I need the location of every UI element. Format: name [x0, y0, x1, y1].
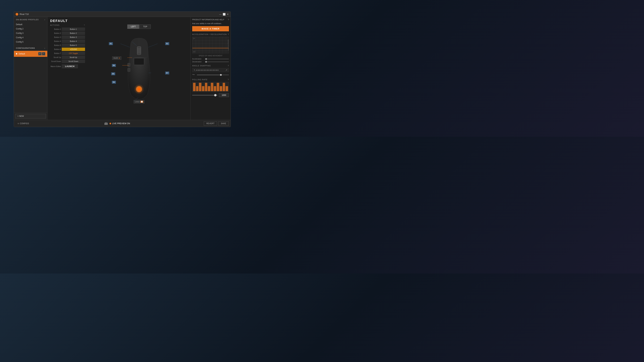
action-label-scrolldown: Scroll Down: [50, 60, 61, 62]
configs-button[interactable]: ≡ CONFIGS: [16, 121, 31, 126]
restore-button[interactable]: ⬜: [223, 13, 225, 15]
view-tabs: LEFT TOP: [127, 24, 151, 29]
mouse-btn-b1[interactable]: B1: [109, 42, 113, 45]
deceleration-slider[interactable]: [205, 61, 229, 62]
make-timer-button[interactable]: MAKE A TIMER: [192, 26, 229, 31]
config-avatars: [38, 52, 45, 55]
mouse-btn-b6[interactable]: B6: [112, 64, 116, 67]
angle-snapping-slider[interactable]: [197, 75, 229, 75]
sidebar-item-config3[interactable]: Config 3: [14, 31, 47, 35]
bottom-right-buttons: REVERT SAVE: [204, 121, 228, 126]
polling-thumb[interactable]: [214, 94, 216, 96]
deceleration-row: Deceleration: [192, 61, 229, 63]
mouse-btn-b7[interactable]: B7: [165, 71, 169, 74]
actions-panel: ACTIONS ? Button 1 Button 1 Button 2 But…: [48, 23, 88, 120]
polling-value-input[interactable]: [219, 93, 229, 97]
action-label-macro: Macro Editor: [50, 65, 61, 67]
svg-point-3: [43, 53, 44, 54]
svg-rect-26: [104, 123, 105, 125]
config-item-default[interactable]: Default: [14, 51, 47, 57]
action-row-scrolldown: Scroll Down Scroll Down: [50, 60, 85, 63]
actions-header: ACTIONS ?: [50, 23, 85, 27]
mouse-oled[interactable]: OLED ⚙: [112, 56, 121, 60]
app-window: Rival 710 — ⬜ ✕ ON-BOARD PROFILES › Defa…: [14, 11, 231, 127]
graph-2x-label: 2×: [193, 37, 195, 39]
svg-rect-15: [128, 68, 130, 71]
action-row-btn2: Button 2 Button 2: [50, 31, 85, 35]
action-btn-btn6[interactable]: +CS:GO: [62, 48, 85, 51]
polling-slider[interactable]: [192, 95, 218, 95]
svg-rect-14: [128, 63, 130, 66]
bottom-bar: ≡ CONFIGS LIVE PREVIEW ON REVERT SAVE: [14, 120, 230, 127]
action-label-btn1: Button 1: [50, 28, 61, 30]
mouse-svg: [124, 37, 154, 101]
angle-snapping-track[interactable]: ↖ ↗: [192, 68, 229, 72]
action-btn-btn7[interactable]: CPI Toggle: [62, 52, 85, 55]
sidebar-item-default[interactable]: Default: [14, 22, 47, 27]
sidebar-item-config4[interactable]: Config 4: [14, 35, 47, 40]
live-preview-text: LIVE PREVIEW ON: [112, 122, 130, 125]
product-info-header: PRODUCT INFORMATION AND HELP ?: [192, 18, 229, 21]
polling-value-row: [192, 93, 229, 97]
close-button[interactable]: ✕: [226, 13, 229, 15]
mouse-area: LEFT TOP B1 B2: [88, 23, 190, 120]
action-label-btn7: Button 7: [50, 52, 61, 54]
actions-area: ACTIONS ? Button 1 Button 1 Button 2 But…: [48, 23, 190, 120]
config-active-dot: [16, 53, 17, 54]
acceleration-thumb[interactable]: [205, 58, 207, 60]
acceleration-slider[interactable]: [205, 59, 229, 59]
svg-rect-30: [107, 123, 108, 125]
action-row-btn7: Button 7 CPI Toggle: [50, 52, 85, 55]
mouse-btn-b2[interactable]: B2: [165, 42, 169, 45]
sidebar: ON-BOARD PROFILES › Default Config 2 Con…: [14, 17, 48, 120]
tab-top[interactable]: TOP: [140, 24, 150, 29]
acceleration-row: Acceleration: [192, 58, 229, 60]
acceleration-label: Acceleration: [192, 58, 204, 60]
launch-button[interactable]: LAUNCH: [62, 64, 78, 68]
graph-half-label: 1/2: [193, 51, 196, 53]
sidebar-item-config2[interactable]: Config 2: [14, 27, 47, 31]
title-bar: Rival 710 — ⬜ ✕: [14, 11, 230, 17]
live-preview-bars-icon: [104, 122, 108, 125]
action-row-btn5: Button 5 Button 5: [50, 43, 85, 47]
accel-graph-line: [192, 48, 229, 48]
sidebar-bottom: + NEW: [14, 112, 47, 120]
action-label-scrollup: Scroll Up: [50, 56, 61, 58]
action-btn-btn5[interactable]: Button 5: [62, 43, 85, 47]
action-row-btn3: Button 3 Button 3: [50, 35, 85, 39]
sidebar-item-config5[interactable]: Config 5: [14, 40, 47, 44]
info-text: that your ability is now off cooldown.: [192, 22, 229, 25]
revert-button[interactable]: REVERT: [204, 121, 217, 126]
title-bar-controls: — ⬜ ✕: [219, 13, 229, 15]
polling-rate-title: POLLING RATE ?: [192, 79, 229, 81]
angle-snapping-thumb[interactable]: [220, 74, 222, 76]
minimize-button[interactable]: —: [219, 13, 222, 15]
onboard-profiles-header: ON-BOARD PROFILES ›: [14, 17, 47, 22]
app-icon: [16, 13, 18, 15]
tab-left[interactable]: LEFT: [127, 24, 139, 29]
action-btn-btn4[interactable]: Button 4: [62, 39, 85, 43]
config-avatar-1: [38, 52, 42, 55]
center-panel: DEFAULT ACTIONS ? Button 1 Button 1 Butt: [48, 17, 190, 120]
svg-rect-27: [105, 122, 106, 125]
accel-section-title: ACCELERATION / DECELERATION ?: [192, 33, 229, 35]
action-btn-btn2[interactable]: Button 2: [62, 31, 85, 35]
action-row-macro: Macro Editor LAUNCH: [50, 64, 85, 68]
action-label-btn3: Button 3: [50, 36, 61, 38]
mouse-btn-b5[interactable]: B5: [111, 72, 115, 75]
deceleration-thumb[interactable]: [205, 61, 207, 63]
mouse-container: B1 B2 B3 ⬜ OLED: [107, 30, 171, 111]
mouse-btn-b4[interactable]: B4: [112, 81, 116, 84]
live-dot: [110, 123, 111, 124]
main-content: ON-BOARD PROFILES › Default Config 2 Con…: [14, 17, 230, 120]
action-row-btn6: Button 6 +CS:GO: [50, 48, 85, 51]
angle-snapping-title: ANGLE SNAPPING ?: [192, 65, 229, 67]
action-btn-btn3[interactable]: Button 3: [62, 35, 85, 39]
new-button[interactable]: + NEW: [15, 114, 46, 118]
action-btn-scrolldown[interactable]: Scroll Down: [62, 60, 85, 63]
action-row-btn1: Button 1 Button 1: [50, 27, 85, 31]
action-btn-btn1[interactable]: Button 1: [62, 27, 85, 31]
action-btn-scrollup[interactable]: Scroll Up: [62, 56, 85, 59]
save-button[interactable]: SAVE: [218, 121, 228, 126]
title-bar-text: Rival 710: [20, 13, 219, 15]
